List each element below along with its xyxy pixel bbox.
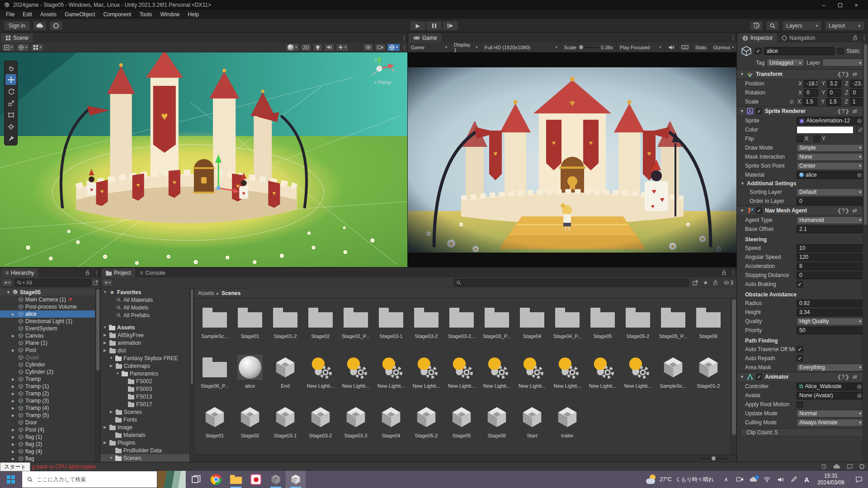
project-asset[interactable]: New Lighti... bbox=[620, 353, 656, 400]
auto-braking-checkbox[interactable] bbox=[797, 281, 803, 287]
search-highlight-image[interactable] bbox=[157, 471, 186, 488]
foldout-icon[interactable]: ▼ bbox=[6, 290, 10, 295]
thumbnail-zoom-slider[interactable] bbox=[702, 458, 727, 459]
hierarchy-item[interactable]: ▶ Plane (1) bbox=[0, 339, 100, 347]
gameobject-name-field[interactable]: alice bbox=[764, 47, 835, 55]
sprite-renderer-header[interactable]: ▼ Sprite Renderer ❮?❯⇄⋮ bbox=[737, 106, 868, 116]
rect-tool-button[interactable] bbox=[5, 109, 16, 120]
hierarchy-item[interactable]: ▶ Post-process Volume bbox=[0, 303, 100, 310]
expand-arrow-icon[interactable]: ▶ bbox=[12, 312, 14, 316]
tab-project[interactable]: Project bbox=[101, 268, 135, 277]
ime-indicator[interactable]: A bbox=[801, 476, 813, 483]
project-tree-item[interactable]: ▼▶ ★ Panoramics bbox=[100, 370, 194, 377]
project-asset[interactable]: New Lighti... bbox=[303, 353, 338, 400]
expand-arrow-icon[interactable]: ▶ bbox=[12, 399, 14, 403]
component-enabled-checkbox[interactable] bbox=[756, 207, 762, 214]
project-asset[interactable]: Stage04_P... bbox=[550, 304, 585, 351]
active-checkbox[interactable] bbox=[755, 48, 761, 54]
project-asset[interactable]: New Lighti... bbox=[444, 353, 479, 400]
scrollbar-thumb[interactable] bbox=[96, 289, 99, 371]
project-tree-item[interactable]: ▼▶ ★ Favorites bbox=[100, 288, 194, 296]
flip-y-checkbox[interactable] bbox=[814, 136, 820, 142]
project-tree-item[interactable]: ▼▶ ★ AllSkyFree bbox=[100, 331, 194, 339]
presets-icon[interactable]: ⇄ bbox=[853, 108, 857, 114]
position-y-field[interactable]: 3.2 bbox=[827, 80, 842, 88]
progress-icon[interactable] bbox=[859, 464, 864, 469]
project-asset[interactable]: SampleSc... bbox=[656, 353, 691, 400]
project-asset[interactable]: Stage01-2 bbox=[268, 304, 303, 351]
scale-tool-button[interactable] bbox=[5, 98, 16, 108]
project-tree-item[interactable]: ▼▶ ★ dist bbox=[100, 347, 194, 354]
camera-settings-button[interactable] bbox=[375, 43, 386, 52]
scale-x-field[interactable]: 1.5 bbox=[803, 98, 817, 106]
hierarchy-item[interactable]: ▶ Main Camera (1) bbox=[0, 296, 100, 303]
additional-settings-foldout[interactable]: ▼Additional Settings bbox=[737, 179, 868, 188]
expand-arrow-icon[interactable]: ▶ bbox=[12, 348, 14, 352]
notification-center-button[interactable] bbox=[849, 476, 868, 483]
orientation-gizmo[interactable]: y x < Persp bbox=[363, 55, 401, 85]
height-field[interactable]: 3.34 bbox=[797, 309, 864, 316]
menu-item[interactable]: Help bbox=[184, 10, 203, 19]
avatar-object-field[interactable]: None (Avatar)◎ bbox=[797, 392, 864, 399]
project-asset[interactable]: Stage03_P... bbox=[479, 304, 514, 351]
layer-dropdown[interactable] bbox=[822, 59, 864, 66]
menu-item[interactable]: Component bbox=[99, 10, 135, 19]
object-picker-icon[interactable]: ◎ bbox=[857, 117, 862, 124]
scene-visibility-toggle[interactable] bbox=[363, 43, 373, 52]
hierarchy-item[interactable]: ▶ Post bbox=[0, 347, 100, 354]
mask-interaction-dropdown[interactable]: None bbox=[797, 153, 864, 161]
apply-root-motion-checkbox[interactable] bbox=[797, 401, 803, 408]
activity-icon[interactable] bbox=[821, 464, 827, 469]
hierarchy-item[interactable]: ▶ EventSystem bbox=[0, 325, 100, 332]
tree-scrollbar[interactable] bbox=[189, 288, 194, 462]
layout-dropdown[interactable]: Layout▾ bbox=[825, 21, 864, 31]
scale-knob[interactable] bbox=[579, 45, 583, 49]
flip-x-checkbox[interactable] bbox=[797, 136, 803, 142]
project-tree-item[interactable]: ▼▶ ★ Scenes bbox=[100, 408, 194, 416]
mute-audio-toggle[interactable] bbox=[665, 42, 678, 52]
onedrive-button[interactable]: i bbox=[746, 477, 760, 482]
hierarchy-item[interactable]: ▶ Tramp (1) bbox=[0, 383, 100, 390]
tab-console[interactable]: ≡ Console bbox=[135, 268, 170, 277]
object-picker-icon[interactable]: ◎ bbox=[857, 383, 862, 389]
pause-button[interactable] bbox=[426, 21, 442, 31]
project-tree-item[interactable]: ▼▶ ★ Fonts bbox=[100, 416, 194, 423]
hierarchy-item[interactable]: ▶ Cylinder (2) bbox=[0, 368, 100, 375]
update-mode-dropdown[interactable]: Normal bbox=[797, 410, 864, 418]
project-asset[interactable]: Stage03-2... bbox=[444, 304, 479, 351]
overlay-menu-dropdown[interactable]: ▾ bbox=[387, 43, 400, 52]
hierarchy-item[interactable]: ▶ Tramp (3) bbox=[0, 397, 100, 404]
animator-header[interactable]: ▼ Animator ❮?❯⇄⋮ bbox=[737, 372, 868, 382]
menu-item[interactable]: Window bbox=[156, 10, 184, 19]
2d-toggle[interactable]: 2D bbox=[301, 43, 311, 52]
order-in-layer-field[interactable]: 0 bbox=[797, 197, 864, 205]
sprite-sort-point-dropdown[interactable]: Center bbox=[797, 162, 864, 170]
tab-inspector[interactable]: Inspector bbox=[738, 33, 777, 42]
foldout-icon[interactable]: ▶ bbox=[104, 425, 108, 429]
expand-arrow-icon[interactable]: ▶ bbox=[12, 406, 14, 410]
foldout-icon[interactable]: ▼ bbox=[109, 456, 113, 460]
japanese-app-button[interactable] bbox=[246, 471, 266, 488]
hierarchy-item[interactable]: ▶ Tramp bbox=[0, 375, 100, 383]
project-asset[interactable]: End bbox=[268, 353, 303, 400]
foldout-icon[interactable]: ▼ bbox=[103, 290, 107, 294]
project-tree-item[interactable]: ▼▶ ★ Scenes bbox=[100, 454, 194, 462]
custom-tool-button[interactable] bbox=[5, 133, 16, 144]
breadcrumb-root[interactable]: Assets bbox=[198, 290, 214, 296]
expand-arrow-icon[interactable]: ▶ bbox=[12, 413, 14, 418]
project-asset[interactable]: trailer bbox=[550, 403, 585, 450]
sign-in-button[interactable]: Sign in bbox=[4, 21, 30, 31]
search-by-type-icon[interactable] bbox=[692, 280, 698, 286]
project-asset[interactable]: Stage05_P... bbox=[656, 304, 691, 351]
services-button[interactable] bbox=[49, 21, 63, 31]
grid-snapping-dropdown[interactable]: ▾ bbox=[31, 43, 44, 52]
project-tree-item[interactable]: ▼▶ ★ FS017 bbox=[100, 400, 194, 408]
favorites-star-icon[interactable]: ★ bbox=[703, 279, 708, 286]
cloud-button[interactable] bbox=[33, 21, 47, 31]
foldout-icon[interactable]: ▶ bbox=[110, 410, 114, 414]
lock-icon[interactable] bbox=[85, 270, 90, 276]
project-asset[interactable]: Stage06 bbox=[691, 304, 726, 351]
constrain-proportions-icon[interactable]: ⊘ bbox=[789, 99, 794, 105]
search-everywhere-button[interactable] bbox=[766, 21, 779, 31]
vsync-keyboard-toggle[interactable] bbox=[678, 42, 692, 52]
